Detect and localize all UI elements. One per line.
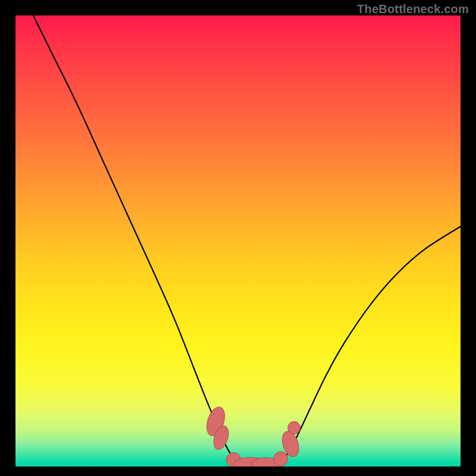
- bottleneck-marker: [274, 452, 288, 466]
- watermark-text: TheBottleneck.com: [357, 2, 469, 16]
- chart-svg: [15, 15, 461, 466]
- plot-frame: [15, 15, 461, 466]
- bottleneck-marker: [288, 421, 300, 434]
- curve-group: [33, 15, 461, 465]
- curve-left-branch: [33, 15, 269, 465]
- marker-group: [203, 405, 302, 466]
